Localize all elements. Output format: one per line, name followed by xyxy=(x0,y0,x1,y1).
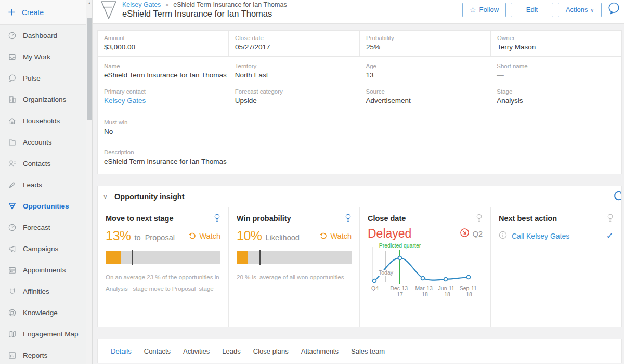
watch-button[interactable]: Watch xyxy=(188,232,220,240)
insight-title: Opportunity insight xyxy=(114,192,613,201)
sidebar-item-knowledge[interactable]: Knowledge xyxy=(0,302,92,323)
lightbulb-icon[interactable] xyxy=(345,214,352,224)
svg-text:18: 18 xyxy=(444,291,450,297)
tab-details[interactable]: Details xyxy=(110,344,132,358)
sidebar-item-leads[interactable]: Leads xyxy=(0,174,92,196)
sidebar-item-my-work[interactable]: My Work xyxy=(0,46,92,68)
dashboard-icon xyxy=(8,31,17,40)
create-button[interactable]: Create xyxy=(0,0,92,25)
refresh-icon[interactable] xyxy=(613,190,622,203)
sidebar-item-accounts[interactable]: Accounts xyxy=(0,132,92,153)
call-action-link[interactable]: Call Kelsey Gates xyxy=(512,232,606,240)
card-description: On an average 23 % of the opportunities … xyxy=(106,271,220,295)
complete-check-icon[interactable]: ✓ xyxy=(606,230,614,241)
sidebar-item-reports[interactable]: Reports xyxy=(0,345,92,364)
page-title: eShield Term Insurance for Ian Thomas xyxy=(122,9,458,19)
sidebar-item-organizations[interactable]: Organizations xyxy=(0,89,92,110)
card-title: Close date xyxy=(368,214,406,223)
tab-activities[interactable]: Activities xyxy=(183,344,210,358)
info-icon[interactable] xyxy=(499,231,507,241)
sidebar-item-affinities[interactable]: Affinities xyxy=(0,281,92,302)
actions-button[interactable]: Actions ∨ xyxy=(558,3,602,17)
tab-leads[interactable]: Leads xyxy=(222,344,241,358)
collapse-chevron-icon[interactable]: ∨ xyxy=(103,193,112,200)
record-header: Kelsey Gates » eShield Term Insurance fo… xyxy=(93,0,624,24)
watch-button[interactable]: Watch xyxy=(319,232,352,240)
field-forecast-category[interactable]: Forecast category Upside xyxy=(229,84,360,110)
tab-contacts[interactable]: Contacts xyxy=(144,344,171,358)
header-actions: ☆ Follow Edit Actions ∨ xyxy=(458,2,621,18)
sidebar-item-campaigns[interactable]: Campaigns xyxy=(0,238,92,259)
key-fields-row: Amount $3,000.00 Close date 05/27/2017 P… xyxy=(98,31,621,57)
follow-button[interactable]: ☆ Follow xyxy=(462,3,506,17)
opportunity-insight-panel: ∨ Opportunity insight Move to next stage… xyxy=(97,186,622,327)
field-probability[interactable]: Probability 25% xyxy=(360,31,491,56)
progress-fill xyxy=(237,251,248,264)
field-description[interactable]: Description eShield Term Insurance for I… xyxy=(98,144,621,174)
sidebar-item-dashboard[interactable]: Dashboard xyxy=(0,25,92,46)
lightbulb-icon[interactable] xyxy=(607,214,614,224)
field-must-win[interactable]: Must win No xyxy=(98,115,229,140)
insight-cards: Move to next stage 13% to Proposal Watch xyxy=(98,207,621,327)
field-age[interactable]: Age 13 xyxy=(360,59,491,84)
inbox-icon xyxy=(8,53,17,61)
plus-icon xyxy=(8,8,16,16)
field-owner[interactable]: Owner Terry Mason xyxy=(491,31,621,56)
move-to-next-stage-card: Move to next stage 13% to Proposal Watch xyxy=(98,207,229,327)
predicted-quarter-badge: Q2 xyxy=(473,230,483,238)
scrollbar-thumb[interactable] xyxy=(87,18,92,120)
stage-suffix: to Proposal xyxy=(135,233,175,242)
map-icon xyxy=(8,330,17,339)
svg-text:Dec-13-: Dec-13- xyxy=(390,285,410,291)
create-label: Create xyxy=(22,8,44,17)
sidebar-item-pulse[interactable]: Pulse xyxy=(0,68,92,89)
win-progress-bar xyxy=(237,251,352,264)
chat-icon xyxy=(8,74,17,83)
chevron-down-icon: ∨ xyxy=(591,8,594,13)
sidebar-item-forecast[interactable]: Forecast xyxy=(0,217,92,238)
edit-button[interactable]: Edit xyxy=(511,3,553,17)
primary-contact-link[interactable]: Kelsey Gates xyxy=(104,97,223,105)
sidebar-scrollbar[interactable]: ▲ xyxy=(86,0,92,364)
field-close-date[interactable]: Close date 05/27/2017 xyxy=(229,31,360,56)
feed-chat-icon[interactable] xyxy=(607,2,621,18)
svg-text:18: 18 xyxy=(422,291,428,297)
scroll-up-icon[interactable]: ▲ xyxy=(86,0,93,6)
card-title: Next best action xyxy=(499,214,557,223)
today-label: Today xyxy=(379,269,394,276)
field-name[interactable]: Name eShield Term Insurance for Ian Thom… xyxy=(98,59,229,84)
sidebar-item-contacts[interactable]: Contacts xyxy=(0,153,92,174)
lightbulb-icon[interactable] xyxy=(476,214,483,224)
field-amount[interactable]: Amount $3,000.00 xyxy=(98,31,229,56)
field-primary-contact[interactable]: Primary contact Kelsey Gates xyxy=(98,84,229,110)
tab-sales-team[interactable]: Sales team xyxy=(350,344,385,358)
field-stage[interactable]: Stage Analysis xyxy=(490,84,621,110)
tab-attachments[interactable]: Attachments xyxy=(301,344,339,358)
field-source[interactable]: Source Advertisement xyxy=(360,84,491,110)
insight-header: ∨ Opportunity insight xyxy=(98,186,621,207)
record-tabs: Details Contacts Activities Leads Close … xyxy=(97,339,622,363)
average-marker xyxy=(132,250,133,265)
sidebar-item-opportunities[interactable]: Opportunities xyxy=(0,196,92,217)
megaphone-icon xyxy=(8,244,17,253)
lifesaver-icon xyxy=(8,308,17,317)
tab-close-plans[interactable]: Close plans xyxy=(253,344,289,358)
sidebar-item-households[interactable]: Households xyxy=(0,110,92,132)
field-territory[interactable]: Territory North East xyxy=(229,59,360,84)
pencil-icon xyxy=(8,180,17,189)
svg-text:Mar-13-: Mar-13- xyxy=(415,285,435,291)
close-date-card: Close date Delayed Q2 xyxy=(360,207,491,327)
sidebar-item-engagement-map[interactable]: Engagement Map xyxy=(0,323,92,345)
lightbulb-icon[interactable] xyxy=(214,214,220,224)
home-icon xyxy=(8,116,17,125)
breadcrumb-link[interactable]: Kelsey Gates xyxy=(122,1,161,8)
sidebar-item-appointments[interactable]: Appointments xyxy=(0,259,92,281)
predicted-quarter-label: Predicted quarter xyxy=(379,243,421,249)
opportunity-funnel-logo-icon xyxy=(100,1,117,22)
field-short-name[interactable]: Short name — xyxy=(490,59,621,84)
svg-text:Sep-11-: Sep-11- xyxy=(460,285,479,291)
close-date-sparkline-chart: Predicted quarter Today Q4 Dec-13- 17 Ma… xyxy=(368,243,481,298)
stage-progress-bar xyxy=(106,251,220,264)
person-icon xyxy=(8,159,17,168)
card-description: 20 % is average of all won opportunities xyxy=(237,271,352,283)
